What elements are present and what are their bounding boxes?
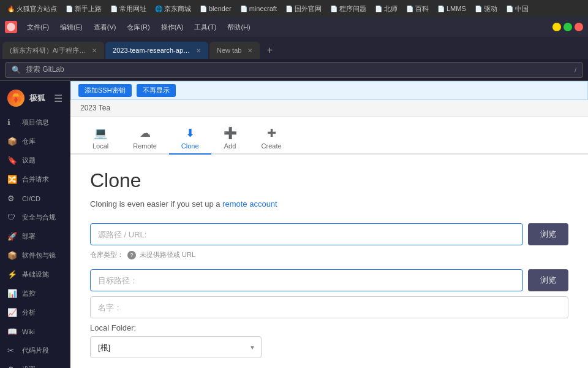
sidebar-item-label: 安全与合规 xyxy=(22,213,56,222)
sidebar-item-issues[interactable]: 🔖 议题 xyxy=(0,151,70,170)
sidebar-item-packages[interactable]: 📦 软件包与镜 xyxy=(0,246,70,265)
info-icon: ? xyxy=(127,251,136,259)
sidebar-item-wiki[interactable]: 📖 Wiki xyxy=(0,322,70,341)
sidebar-item-deploy[interactable]: 🚀 部署 xyxy=(0,227,70,246)
bookmark-china[interactable]: 📄 中国 xyxy=(503,3,531,15)
tab-close-icon[interactable]: ✕ xyxy=(247,47,252,54)
menu-view[interactable]: 查看(V) xyxy=(89,21,121,33)
doc-icon: 📄 xyxy=(475,6,482,12)
tab-create[interactable]: ✚ Create xyxy=(249,123,294,155)
tab-add[interactable]: ➕ Add xyxy=(211,123,249,155)
bookmark-label: 驱动 xyxy=(484,4,497,13)
bookmark-newbie[interactable]: 📄 新手上路 xyxy=(63,3,104,15)
tab-clone[interactable]: ⬇ Clone xyxy=(169,123,211,155)
merge-icon: 🔀 xyxy=(7,175,17,184)
dismiss-ssh-button[interactable]: 不再显示 xyxy=(137,84,176,97)
sidebar-item-infra[interactable]: ⚡ 基础设施 xyxy=(0,265,70,284)
ssh-notice: 添加SSH密钥 不再显示 xyxy=(70,81,588,100)
address-input-wrap: 🔍 搜索 GitLab / xyxy=(5,62,583,78)
app-name: 极狐 xyxy=(29,93,45,104)
bookmark-common[interactable]: 📄 常用网址 xyxy=(108,3,149,15)
menu-file[interactable]: 文件(F) xyxy=(22,21,54,33)
minimize-button[interactable]: − xyxy=(552,23,561,31)
bookmark-blender[interactable]: 📄 blender xyxy=(197,4,234,13)
bookmark-lmms[interactable]: 📄 LMMS xyxy=(435,4,469,13)
window-controls: − □ × xyxy=(552,23,583,31)
tab-new[interactable]: New tab ✕ xyxy=(209,42,260,59)
menu-help[interactable]: 帮助(H) xyxy=(222,21,255,33)
bookmark-jd[interactable]: 🌐 京东商城 xyxy=(153,3,194,15)
maximize-button[interactable]: □ xyxy=(564,23,572,31)
menu-tools[interactable]: 工具(T) xyxy=(189,21,221,33)
form-hint: 仓库类型： ? 未提供路径或 URL xyxy=(90,250,568,259)
bookmark-label: 程序问题 xyxy=(339,4,366,13)
tab-close-icon[interactable]: ✕ xyxy=(196,47,201,54)
sidebar-item-label: 基础设施 xyxy=(22,270,49,279)
sidebar-item-security[interactable]: 🛡 安全与合规 xyxy=(0,208,70,227)
sidebar-item-label: Wiki xyxy=(22,328,35,335)
sidebar-item-monitor[interactable]: 📊 监控 xyxy=(0,284,70,303)
sidebar-item-merge[interactable]: 🔀 合并请求 xyxy=(0,170,70,189)
clone-icon: ⬇ xyxy=(186,126,195,140)
sidebar-item-settings[interactable]: ⚙ 设置 xyxy=(0,360,70,368)
tab-label-add: Add xyxy=(224,142,236,150)
new-tab-button[interactable]: + xyxy=(261,42,278,59)
target-input[interactable] xyxy=(90,269,523,291)
bookmark-label: LMMS xyxy=(447,5,466,12)
deploy-icon: 🚀 xyxy=(7,232,17,241)
bookmark-beishi[interactable]: 📄 北师 xyxy=(372,3,400,15)
tab-label-create: Create xyxy=(262,142,282,150)
sidebar-item-cicd[interactable]: ⚙ CI/CD xyxy=(0,189,70,208)
remote-account-link[interactable]: remote account xyxy=(222,199,277,209)
app-logo xyxy=(5,21,17,33)
packages-icon: 📦 xyxy=(7,251,17,260)
clone-subtitle: Cloning is even easier if you set up a r… xyxy=(90,199,568,209)
sidebar-item-project[interactable]: ℹ 项目信息 xyxy=(0,113,70,132)
bookmark-foreign[interactable]: 📄 国外官网 xyxy=(283,3,324,15)
add-icon: ➕ xyxy=(224,126,237,140)
local-folder-row: Local Folder: [根] xyxy=(90,323,568,358)
tab-ai[interactable]: (新东方科研）AI于程序… ✕ xyxy=(2,42,104,59)
bookmark-program[interactable]: 📄 程序问题 xyxy=(328,3,369,15)
doc-icon: 📄 xyxy=(285,6,293,12)
doc-icon: 📄 xyxy=(506,6,513,12)
url-input[interactable] xyxy=(90,223,523,245)
sidebar-item-label: 议题 xyxy=(22,156,36,165)
repo-icon: 📦 xyxy=(7,137,17,146)
title-bar: 文件(F) 编辑(E) 查看(V) 仓库(R) 操作(A) 工具(T) 帮助(H… xyxy=(0,17,588,37)
cicd-icon: ⚙ xyxy=(7,194,17,203)
tab-local[interactable]: 💻 Local xyxy=(80,123,121,155)
clone-title: Clone xyxy=(90,169,568,192)
breadcrumb: 2023 Tea xyxy=(80,104,110,112)
bookmark-minecraft[interactable]: 📄 minecraft xyxy=(238,4,279,13)
bookmark-driver[interactable]: 📄 驱动 xyxy=(472,3,500,15)
bookmark-label: minecraft xyxy=(249,5,277,12)
tab-remote[interactable]: ☁ Remote xyxy=(121,123,169,155)
tab-close-icon[interactable]: ✕ xyxy=(92,47,97,54)
browse-button-2[interactable]: 浏览 xyxy=(528,269,568,291)
menu-repo[interactable]: 仓库(R) xyxy=(122,21,154,33)
folder-select[interactable]: [根] xyxy=(90,336,262,358)
sidebar: 极狐 ☰ ℹ 项目信息 📦 仓库 🔖 议题 🔀 合并请求 ⚙ CI/CD 🛡 安… xyxy=(0,81,70,368)
sidebar-item-analytics[interactable]: 📈 分析 xyxy=(0,303,70,322)
tab-label-remote: Remote xyxy=(133,142,157,150)
sidebar-item-label: CI/CD xyxy=(22,195,40,202)
content-area: 添加SSH密钥 不再显示 2023 Tea 💻 Local ☁ Remote ⬇… xyxy=(70,81,588,368)
sidebar-item-snippets[interactable]: ✂ 代码片段 xyxy=(0,341,70,360)
bookmark-baike[interactable]: 📄 百科 xyxy=(404,3,431,15)
sidebar-item-repo[interactable]: 📦 仓库 xyxy=(0,132,70,151)
sidebar-item-label: 项目信息 xyxy=(22,118,49,127)
clone-content: Clone Cloning is even easier if you set … xyxy=(70,155,588,368)
browse-button-1[interactable]: 浏览 xyxy=(528,223,568,245)
bookmark-firefox[interactable]: 🔥 火狐官方站点 xyxy=(5,3,59,15)
target-form-row: 浏览 xyxy=(90,269,568,291)
add-ssh-button[interactable]: 添加SSH密钥 xyxy=(78,84,132,97)
tool-nav: 💻 Local ☁ Remote ⬇ Clone ➕ Add ✚ Create xyxy=(70,117,588,155)
menu-action[interactable]: 操作(A) xyxy=(156,21,189,33)
tab-team-research[interactable]: 2023-team-research-ap… ✕ xyxy=(105,42,208,59)
menu-edit[interactable]: 编辑(E) xyxy=(55,21,88,33)
close-button[interactable]: × xyxy=(575,23,583,31)
sidebar-toggle[interactable]: ☰ xyxy=(54,93,62,104)
name-input[interactable] xyxy=(90,296,568,318)
tab-label-local: Local xyxy=(92,142,108,150)
